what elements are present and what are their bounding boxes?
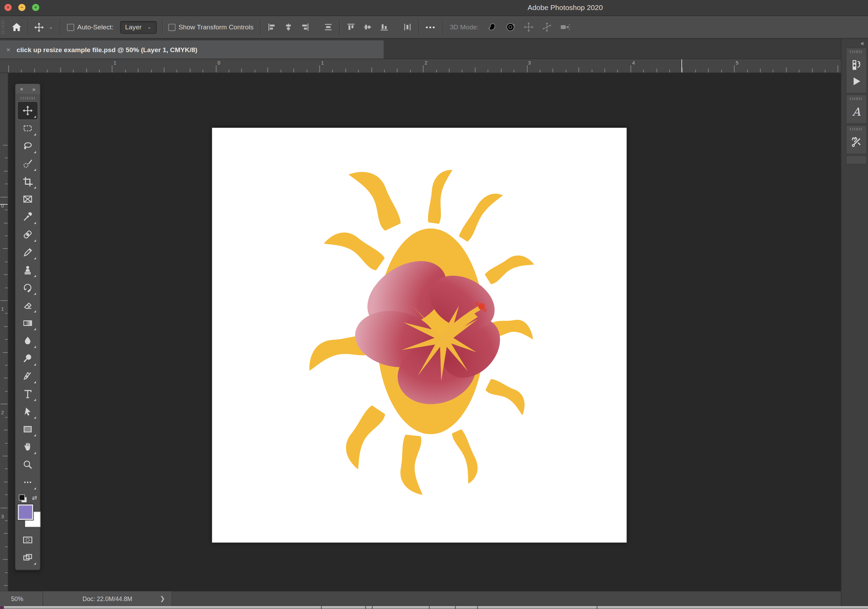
move-tool[interactable] <box>18 102 38 119</box>
history-actions-group <box>846 48 867 94</box>
actions-panel-icon[interactable] <box>848 73 865 90</box>
clone-stamp-tool[interactable] <box>18 261 38 278</box>
rectangle-tool[interactable] <box>18 420 38 438</box>
window-title: Adobe Photoshop 2020 <box>528 0 603 15</box>
align-vertical-centers-icon[interactable] <box>363 23 372 32</box>
tool-options-bar: ⌄ Auto-Select: Layer ⌄ Show Transform Co… <box>0 16 868 39</box>
quick-mask-button[interactable] <box>18 531 38 549</box>
type-tool[interactable] <box>18 385 38 403</box>
color-controls: ⇄ <box>17 495 38 529</box>
history-panel-icon[interactable] <box>848 56 865 73</box>
edit-toolbar-button[interactable] <box>18 473 38 491</box>
titlebar: × − + Adobe Photoshop 2020 <box>0 0 868 16</box>
tools-panel: × » <box>15 83 40 570</box>
align-horizontal-centers-icon[interactable] <box>284 23 293 32</box>
default-colors-icon[interactable] <box>19 495 25 501</box>
frame-tool[interactable] <box>18 190 38 208</box>
zoom-tool[interactable] <box>18 456 38 473</box>
zoom-window-button[interactable]: + <box>32 4 39 11</box>
blur-tool[interactable] <box>18 332 38 349</box>
tool-presets-group <box>846 125 867 154</box>
zoom-level-value: 50% <box>11 595 23 602</box>
move-options-chevron-icon[interactable]: ⌄ <box>49 24 53 30</box>
document-tab[interactable]: × click up resize example file.psd @ 50%… <box>0 40 384 59</box>
home-icon[interactable] <box>11 22 22 32</box>
align-left-edges-icon[interactable] <box>267 23 276 32</box>
dock-group-partial <box>846 155 867 164</box>
bottom-strip-accent <box>0 606 4 609</box>
glyphs-group: A <box>846 94 867 124</box>
glyphs-panel-icon[interactable]: A <box>848 104 865 120</box>
3d-camera-icon <box>560 22 570 32</box>
tool-presets-panel-icon[interactable] <box>848 134 865 150</box>
status-chevron-icon[interactable]: ❯ <box>160 595 165 603</box>
move-tool-options-icon[interactable] <box>34 22 44 32</box>
expand-panels-icon[interactable]: « <box>842 39 868 48</box>
object-selection-tool[interactable] <box>18 155 38 173</box>
tools-panel-close-icon[interactable]: × <box>20 86 23 92</box>
path-selection-tool[interactable] <box>18 403 38 420</box>
crop-tool[interactable] <box>18 173 38 190</box>
swap-colors-icon[interactable]: ⇄ <box>32 495 37 502</box>
screen-mode-button[interactable] <box>18 549 38 566</box>
3d-orbit-icon <box>486 22 497 32</box>
vertical-ruler[interactable]: 01234 <box>0 73 8 591</box>
3d-roll-icon <box>504 22 516 32</box>
workspace: 01234 × » <box>0 73 841 591</box>
hand-tool[interactable] <box>18 438 38 456</box>
dock-group-grip[interactable] <box>850 50 863 53</box>
auto-select-label: Auto-Select: <box>78 23 114 31</box>
options-grip <box>1 20 5 34</box>
lasso-tool[interactable] <box>18 137 38 155</box>
screen-bottom-strip <box>0 606 868 609</box>
distribute-horizontal-centers-icon[interactable] <box>403 23 412 32</box>
show-transform-checkbox[interactable] <box>168 23 175 31</box>
auto-select-target-dropdown[interactable]: Layer ⌄ <box>120 21 157 34</box>
auto-select-checkbox[interactable] <box>67 23 74 31</box>
document-sizes-field[interactable]: Doc: 22.0M/44.8M ❯ <box>43 591 172 606</box>
dodge-tool[interactable] <box>18 349 38 367</box>
3d-mode-label: 3D Mode: <box>450 23 479 31</box>
tab-close-icon[interactable]: × <box>0 45 17 54</box>
align-bottom-edges-icon[interactable] <box>380 23 389 32</box>
3d-slide-icon <box>541 22 552 32</box>
photoshop-window: × − + Adobe Photoshop 2020 ⌄ Auto-Select… <box>0 0 868 609</box>
minimize-window-button[interactable]: − <box>18 4 26 11</box>
align-right-edges-icon[interactable] <box>301 23 310 32</box>
3d-pan-icon <box>523 22 534 32</box>
eraser-tool[interactable] <box>18 297 38 314</box>
document-tab-bar: × click up resize example file.psd @ 50%… <box>0 39 841 59</box>
align-top-edges-icon[interactable] <box>347 23 356 32</box>
zoom-level-field[interactable]: 50% <box>0 591 43 606</box>
doc-size-value: Doc: 22.0M/44.8M <box>82 595 132 602</box>
gradient-tool[interactable] <box>18 314 38 332</box>
tools-panel-expand-icon[interactable]: » <box>33 86 36 92</box>
pen-tool[interactable] <box>18 367 38 385</box>
eyedropper-tool[interactable] <box>18 208 38 226</box>
show-transform-control[interactable]: Show Transform Controls <box>168 23 253 31</box>
history-brush-tool[interactable] <box>18 278 38 296</box>
brush-tool[interactable] <box>18 243 38 261</box>
layer-dropdown-value: Layer <box>125 23 142 31</box>
status-bar: 50% Doc: 22.0M/44.8M ❯ <box>0 591 841 606</box>
dock-group-grip[interactable] <box>850 128 863 130</box>
auto-select-control[interactable]: Auto-Select: <box>67 23 113 31</box>
chevron-down-icon: ⌄ <box>147 24 151 30</box>
rectangular-marquee-tool[interactable] <box>18 119 38 137</box>
close-window-button[interactable]: × <box>5 4 12 11</box>
tools-panel-grip[interactable] <box>20 97 35 99</box>
horizontal-ruler[interactable]: 1012345 <box>0 59 841 73</box>
show-transform-label: Show Transform Controls <box>179 23 254 31</box>
distribute-vertical-centers-icon[interactable] <box>324 23 333 32</box>
sun-hibiscus-artwork <box>212 128 627 543</box>
document-canvas[interactable] <box>212 128 627 543</box>
spot-healing-brush-tool[interactable] <box>18 226 38 243</box>
more-align-options-icon[interactable]: ••• <box>426 23 436 31</box>
tab-title: click up resize example file.psd @ 50% (… <box>17 46 197 53</box>
foreground-color-swatch[interactable] <box>18 504 33 520</box>
panel-dock: « A <box>841 39 868 606</box>
dock-group-grip[interactable] <box>850 97 863 100</box>
